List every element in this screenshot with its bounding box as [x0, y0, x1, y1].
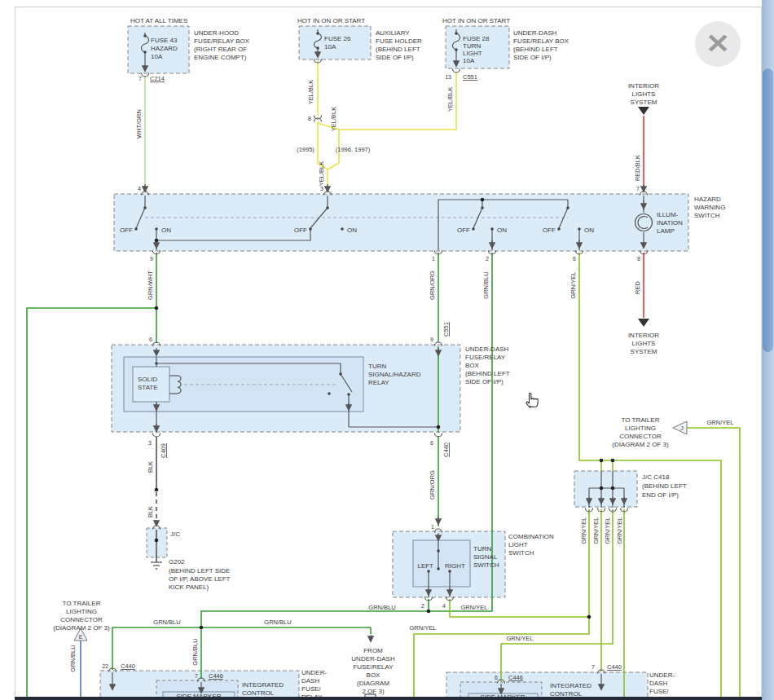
year-label: (1996, 1997): [336, 146, 371, 153]
connector-letter: J: [680, 425, 684, 431]
wire-label: GRN/YEL: [707, 419, 734, 426]
connector-label: C551: [463, 73, 477, 81]
cursor-hand-icon: [526, 393, 538, 407]
content-border-left: [15, 7, 15, 700]
box-label: (BEHIND LEFT: [513, 46, 558, 53]
wire-label: YEL/BLK: [318, 161, 325, 186]
wire-label: GRN/YEL: [461, 604, 488, 611]
connector-label: C446: [508, 674, 523, 681]
box-label: (BEHIND LEFT: [376, 46, 420, 53]
fuse-name: FUSE 26: [324, 35, 351, 42]
wire-label: YEL/BLK: [307, 80, 314, 104]
box-label: UNDER-: [301, 669, 327, 676]
switch-position: OFF: [294, 227, 307, 234]
component-label: LIGHT: [508, 541, 528, 548]
offpage-ref: 2 OF 3): [362, 688, 384, 695]
offpage-ref: CONNECTOR: [60, 616, 103, 623]
pin-number: 7: [139, 76, 142, 81]
connector-label: C440: [607, 663, 622, 671]
box-label: FUSE/: [301, 685, 321, 693]
scrollbar-track[interactable]: [762, 0, 774, 700]
ground-location: OF I/P, ABOVE LEFT: [169, 575, 231, 583]
switch-position: ON: [497, 227, 507, 234]
lamp-label: INATION: [657, 219, 683, 227]
switch-position: LEFT: [417, 562, 433, 570]
component-label: INTEGRATED: [242, 681, 284, 689]
pin-number: 22: [102, 663, 108, 669]
wire-label: BLK: [147, 506, 154, 517]
fuse-circuit: TURN: [463, 42, 481, 50]
scrollbar-thumb[interactable]: [763, 68, 773, 352]
close-icon: ✕: [706, 30, 730, 57]
offpage-ref: LIGHTING: [625, 425, 656, 432]
switch-position: OFF: [457, 227, 470, 234]
close-button[interactable]: ✕: [695, 21, 741, 67]
pin-number: 3: [148, 440, 152, 446]
component-label: SIGNAL: [473, 553, 498, 561]
pin-number: 9: [150, 256, 153, 262]
connector-label: C551: [442, 322, 450, 337]
connector-label: C440: [442, 442, 450, 457]
wire-label: RED: [634, 281, 641, 294]
component-label: CONTROL: [242, 689, 275, 697]
interior-lights-arrow-icon: [638, 319, 649, 327]
wire-label: GRN/YEL: [410, 624, 437, 632]
box-label: FUSE/RELAY BOX: [513, 37, 570, 45]
component-label: WARNING: [694, 204, 725, 211]
wire-label: RED/BLK: [634, 155, 641, 181]
switch-position: ON: [347, 227, 357, 234]
pin-number: 4: [442, 603, 446, 609]
content-border-top: [15, 7, 762, 7]
pin-number: 1: [431, 524, 434, 530]
component-label: SIGNAL/HAZARD: [368, 371, 421, 378]
year-label: (1995): [297, 146, 314, 153]
wire-label: GRN/WHT: [147, 271, 154, 300]
component-label: TURN: [473, 545, 491, 553]
switch-position: ON: [584, 227, 594, 234]
offpage-ref: FROM: [363, 647, 383, 654]
component-label: TURN: [368, 363, 386, 370]
pin-number: 9: [430, 337, 433, 342]
contact-dots: [134, 32, 581, 573]
wire-label: GRN/BLU: [69, 645, 77, 671]
junction-label: (BEHIND LEFT: [642, 482, 687, 490]
jc-c418-box: [574, 471, 637, 507]
switch-position: OFF: [543, 227, 556, 234]
pin-number: 3: [320, 186, 323, 192]
box-label: BOX: [465, 362, 480, 369]
box-label: AUXILIARY: [376, 29, 410, 37]
wire-label: GRN/YEL: [592, 517, 600, 544]
system-ref: INTERIOR: [628, 332, 659, 339]
component-label: STATE: [138, 384, 158, 391]
wire-label: GRN/BLU: [153, 619, 180, 626]
component-label: SWITCH: [508, 549, 534, 557]
pin-number: 6: [149, 337, 152, 342]
connector-label: C214: [150, 75, 165, 82]
system-ref: INTERIOR: [628, 82, 659, 90]
wire-label: GRN/ORG: [429, 271, 436, 300]
offpage-ref: TO TRAILER: [622, 416, 660, 424]
box-label: UNDER-DASH: [465, 346, 509, 353]
box-label: FUSE/RELAY: [465, 354, 506, 361]
wiring-diagram: HOT AT ALL TIMES FUSE 43 HAZARD 10A UNDE…: [0, 0, 774, 700]
wire-label: GRN/YEL: [580, 517, 587, 544]
offpage-ref: (DIAGRAM 2 OF 3): [53, 624, 110, 632]
diagram-viewer: HOT AT ALL TIMES FUSE 43 HAZARD 10A UNDE…: [0, 0, 774, 700]
pin-number: 2: [421, 603, 424, 609]
wire-label: WHT/GRN: [135, 109, 143, 139]
power-header: HOT IN ON OR START: [297, 17, 365, 24]
wire-label: YEL/BLK: [330, 107, 337, 131]
connector-letter: E: [79, 634, 83, 640]
system-ref: SYSTEM: [631, 99, 657, 106]
power-header: HOT AT ALL TIMES: [130, 17, 187, 24]
wire-label: GRN/YEL: [507, 635, 534, 642]
box-label: DASH: [649, 680, 667, 687]
box-label: FUSE HOLDER: [376, 37, 422, 45]
offpage-ref: CONNECTOR: [619, 433, 662, 440]
pin-number: 6: [495, 675, 498, 680]
pin-number: 6: [573, 256, 576, 262]
fuse-amps: 10A: [151, 53, 163, 60]
bottom-window-edge: [15, 697, 762, 700]
ground-location: (BEHIND LEFT SIDE: [169, 567, 230, 575]
component-label: SOLID: [138, 376, 157, 383]
